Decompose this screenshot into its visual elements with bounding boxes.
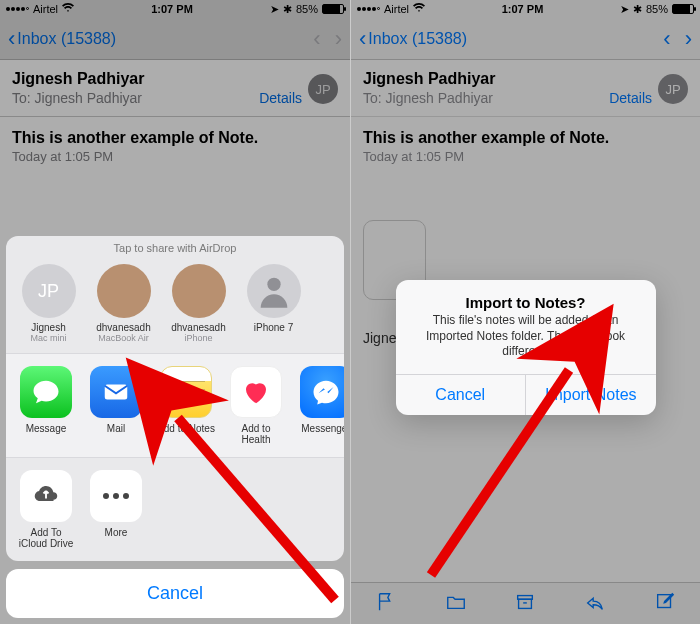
action-icloud[interactable]: Add To iCloud Drive — [16, 470, 76, 549]
import-alert: Import to Notes? This file's notes will … — [396, 280, 656, 415]
target-sub: iPhone — [166, 333, 231, 343]
airdrop-target[interactable]: dhvanesadh iPhone — [166, 264, 231, 343]
cancel-button[interactable]: Cancel — [6, 569, 344, 618]
actions-row: Add To iCloud Drive More — [6, 458, 344, 561]
share-app-notes[interactable]: Add to Notes — [156, 366, 216, 445]
avatar-generic-icon — [247, 264, 301, 318]
phone-right: Airtel 1:07 PM ➤ ✱ 85% ‹ Inbox (15388) ‹… — [350, 0, 700, 624]
alert-cancel-button[interactable]: Cancel — [396, 375, 526, 415]
share-app-message[interactable]: Message — [16, 366, 76, 445]
share-app-messenger[interactable]: Messenger — [296, 366, 344, 445]
more-icon — [90, 470, 142, 522]
avatar: JP — [22, 264, 76, 318]
airdrop-target[interactable]: JP Jignesh Mac mini — [16, 264, 81, 343]
avatar-photo — [97, 264, 151, 318]
share-app-health[interactable]: Add to Health — [226, 366, 286, 445]
alert-confirm-button[interactable]: Import Notes — [525, 375, 656, 415]
action-label: Add To iCloud Drive — [16, 527, 76, 549]
notes-icon — [160, 366, 212, 418]
svg-point-0 — [267, 278, 280, 291]
share-app-mail[interactable]: Mail — [86, 366, 146, 445]
alert-message: This file's notes will be added to an Im… — [396, 313, 656, 374]
alert-title: Import to Notes? — [396, 280, 656, 313]
avatar-photo — [172, 264, 226, 318]
share-sheet: Tap to share with AirDrop JP Jignesh Mac… — [6, 236, 344, 618]
target-label: Jignesh — [31, 322, 65, 333]
messenger-icon — [300, 366, 344, 418]
target-sub: Mac mini — [16, 333, 81, 343]
airdrop-row: JP Jignesh Mac mini dhvanesadh MacBook A… — [6, 258, 344, 353]
icloud-icon — [20, 470, 72, 522]
app-label: Message — [26, 423, 67, 434]
app-label: Mail — [107, 423, 125, 434]
action-more[interactable]: More — [86, 470, 146, 549]
airdrop-target[interactable]: dhvanesadh MacBook Air — [91, 264, 156, 343]
message-icon — [20, 366, 72, 418]
airdrop-target[interactable]: iPhone 7 — [241, 264, 306, 343]
app-label: Add to Health — [242, 423, 271, 445]
phone-left: Airtel 1:07 PM ➤ ✱ 85% ‹ Inbox (15388) ‹… — [0, 0, 350, 624]
apps-row: Message Mail Add to Notes Add to Health … — [6, 353, 344, 458]
svg-rect-1 — [105, 385, 128, 400]
mail-icon — [90, 366, 142, 418]
target-label: dhvanesadh — [96, 322, 151, 333]
health-icon — [230, 366, 282, 418]
target-label: iPhone 7 — [254, 322, 293, 333]
target-sub: MacBook Air — [91, 333, 156, 343]
app-label: Add to Notes — [157, 423, 215, 434]
target-label: dhvanesadh — [171, 322, 226, 333]
action-label: More — [105, 527, 128, 538]
app-label: Messenger — [301, 423, 344, 434]
airdrop-header: Tap to share with AirDrop — [6, 236, 344, 258]
